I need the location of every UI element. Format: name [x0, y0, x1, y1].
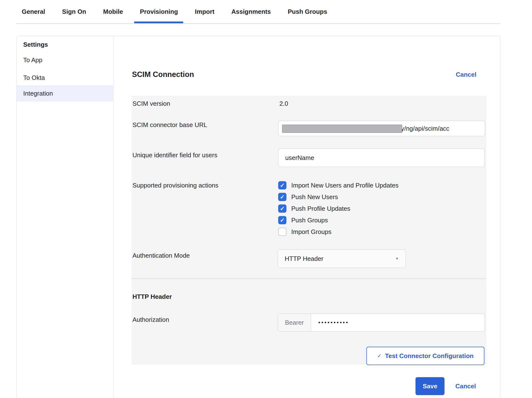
provisioning-card: Settings To App To Okta Integration SCIM…: [16, 36, 501, 398]
main-content: SCIM Connection Cancel SCIM version 2.0 …: [114, 36, 501, 398]
app-canvas: General Sign On Mobile Provisioning Impo…: [0, 0, 532, 398]
tab-list: General Sign On Mobile Provisioning Impo…: [22, 0, 327, 23]
unique-id-label: Unique identifier field for users: [132, 147, 217, 163]
checkbox-icon: ✓: [278, 216, 286, 224]
provisioning-actions-label: Supported provisioning actions: [132, 178, 219, 193]
authorization-label: Authorization: [132, 312, 169, 327]
redaction-bar: [282, 125, 402, 133]
authorization-input-group: Bearer ••••••••••: [278, 314, 485, 331]
save-button[interactable]: Save: [415, 377, 445, 395]
sidebar-item-to-okta[interactable]: To Okta: [17, 70, 114, 86]
cancel-link-bottom[interactable]: Cancel: [455, 377, 476, 395]
provisioning-actions-list: ✓ Import New Users and Profile Updates ✓…: [278, 180, 399, 238]
unique-id-input[interactable]: userName: [278, 149, 485, 167]
chevron-down-icon: ▼: [395, 250, 399, 268]
checkbox-icon: ✓: [278, 204, 286, 213]
check-icon: ✓: [377, 353, 382, 359]
auth-mode-select[interactable]: HTTP Header ▼: [278, 249, 406, 268]
base-url-input[interactable]: https://h5bd-195-19-67-148.ngrok.i/gatew…: [278, 121, 485, 136]
check-icon: ✓: [280, 217, 285, 223]
checkbox-icon: ✓: [278, 228, 286, 236]
checkbox-icon: ✓: [278, 181, 286, 189]
test-connector-configuration-button[interactable]: ✓ Test Connector Configuration: [366, 347, 484, 365]
checkbox-label: Import Groups: [291, 228, 331, 236]
check-icon: ✓: [280, 182, 285, 188]
tab-assignments[interactable]: Assignments: [231, 0, 271, 23]
tab-import[interactable]: Import: [195, 0, 214, 23]
sidebar-item-to-app[interactable]: To App: [17, 52, 114, 68]
settings-sidebar: Settings To App To Okta Integration: [17, 36, 114, 398]
tab-general[interactable]: General: [22, 0, 45, 23]
page-title: SCIM Connection: [132, 69, 194, 80]
bearer-prefix: Bearer: [278, 314, 311, 331]
base-url-label: SCIM connector base URL: [132, 117, 207, 133]
section-divider: [131, 278, 486, 279]
check-icon: ✓: [280, 206, 285, 211]
http-header-heading: HTTP Header: [132, 291, 172, 302]
auth-mode-value: HTTP Header: [285, 250, 323, 268]
tab-bar-divider: [16, 23, 500, 24]
checkbox-label: Push Profile Updates: [291, 205, 350, 212]
scim-version-label: SCIM version: [132, 96, 170, 111]
sidebar-heading: Settings: [23, 39, 48, 50]
tab-sign-on[interactable]: Sign On: [62, 0, 86, 23]
checkbox-label: Import New Users and Profile Updates: [291, 182, 399, 189]
scim-version-value: 2.0: [279, 96, 288, 111]
checkbox-icon: ✓: [278, 193, 286, 201]
auth-mode-label: Authentication Mode: [132, 248, 190, 263]
test-connector-configuration-label: Test Connector Configuration: [385, 352, 474, 360]
checkbox-push-profile-updates[interactable]: ✓ Push Profile Updates: [278, 203, 399, 214]
checkbox-label: Push Groups: [291, 217, 328, 224]
scim-form-panel: SCIM version 2.0 SCIM connector base URL…: [131, 96, 486, 364]
tab-push-groups[interactable]: Push Groups: [288, 0, 327, 23]
check-icon: ✓: [280, 194, 285, 200]
checkbox-import-new-users[interactable]: ✓ Import New Users and Profile Updates: [278, 180, 399, 191]
checkbox-push-new-users[interactable]: ✓ Push New Users: [278, 191, 399, 203]
tab-mobile[interactable]: Mobile: [103, 0, 123, 23]
tab-bar: General Sign On Mobile Provisioning Impo…: [0, 0, 532, 24]
sidebar-item-integration[interactable]: Integration: [17, 85, 114, 101]
authorization-token-input[interactable]: ••••••••••: [311, 314, 485, 331]
checkbox-push-groups[interactable]: ✓ Push Groups: [278, 214, 399, 226]
checkbox-label: Push New Users: [291, 193, 338, 201]
checkbox-import-groups[interactable]: ✓ Import Groups: [278, 226, 399, 238]
cancel-link-top[interactable]: Cancel: [456, 69, 476, 80]
tab-provisioning[interactable]: Provisioning: [140, 0, 178, 23]
